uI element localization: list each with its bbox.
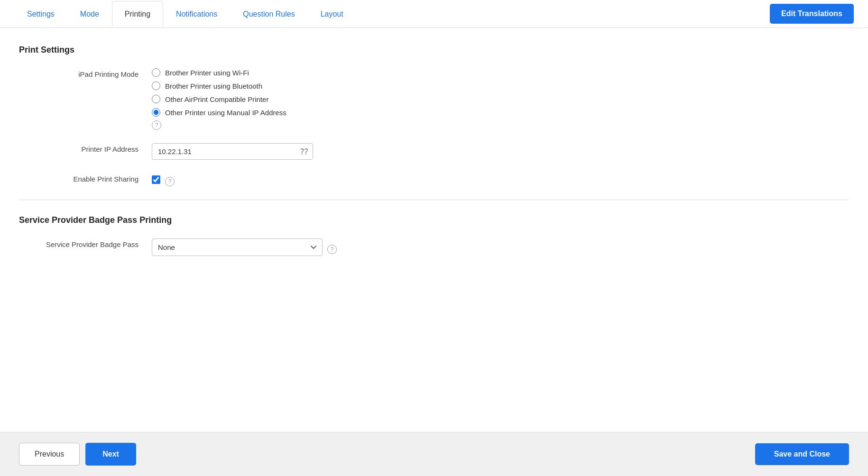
ipad-printing-mode-label: iPad Printing Mode (19, 68, 152, 80)
badge-pass-select-wrapper: None ? (152, 238, 337, 256)
tab-bar: Settings Mode Printing Notifications Que… (0, 0, 868, 28)
main-content: Print Settings iPad Printing Mode Brothe… (0, 28, 868, 432)
badge-pass-label: Service Provider Badge Pass (19, 238, 152, 250)
radio-bluetooth-label: Brother Printer using Bluetooth (165, 82, 262, 90)
radio-wifi[interactable] (152, 68, 160, 77)
previous-button[interactable]: Previous (19, 443, 80, 466)
radio-option-wifi[interactable]: Brother Printer using Wi-Fi (152, 68, 484, 77)
enable-print-sharing-checkbox[interactable] (152, 175, 160, 184)
printer-ip-input[interactable] (152, 143, 313, 160)
badge-pass-select[interactable]: None (152, 238, 323, 256)
tab-notifications[interactable]: Notifications (163, 1, 230, 27)
print-settings-title: Print Settings (19, 45, 849, 55)
radio-option-manual-ip[interactable]: Other Printer using Manual IP Address (152, 108, 484, 117)
footer-nav: Previous Next (19, 443, 136, 466)
enable-print-sharing-row: Enable Print Sharing ? (19, 173, 849, 186)
footer: Previous Next Save and Close (0, 432, 868, 476)
section-divider (19, 200, 849, 200)
badge-pass-section: Service Provider Badge Pass Printing Ser… (19, 215, 849, 256)
radio-option-airprint[interactable]: Other AirPrint Compatible Printer (152, 95, 484, 103)
radio-bluetooth[interactable] (152, 82, 160, 90)
enable-print-sharing-control: ? (152, 173, 484, 186)
tab-question-rules[interactable]: Question Rules (230, 1, 307, 27)
print-sharing-checkbox-row: ? (152, 173, 484, 186)
badge-pass-section-title: Service Provider Badge Pass Printing (19, 215, 849, 225)
ipad-printing-mode-row: iPad Printing Mode Brother Printer using… (19, 68, 849, 130)
print-sharing-help-icon[interactable]: ? (165, 177, 175, 186)
clipboard-icon: ⁇ (300, 146, 308, 157)
tab-layout[interactable]: Layout (308, 1, 356, 27)
printer-ip-label: Printer IP Address (19, 143, 152, 155)
printer-ip-input-wrapper: ⁇ (152, 143, 313, 160)
tab-printing[interactable]: Printing (112, 1, 163, 27)
edit-translations-button[interactable]: Edit Translations (770, 4, 854, 24)
radio-airprint[interactable] (152, 95, 160, 103)
radio-airprint-label: Other AirPrint Compatible Printer (165, 95, 268, 103)
badge-pass-control: None ? (152, 238, 484, 256)
radio-option-bluetooth[interactable]: Brother Printer using Bluetooth (152, 82, 484, 90)
printing-mode-help-icon[interactable]: ? (152, 120, 161, 130)
tab-settings[interactable]: Settings (14, 1, 67, 27)
printing-options-group: Brother Printer using Wi-Fi Brother Prin… (152, 68, 484, 117)
printer-ip-row: Printer IP Address ⁇ (19, 143, 849, 160)
badge-pass-help-icon[interactable]: ? (327, 245, 337, 254)
next-button[interactable]: Next (85, 443, 136, 466)
radio-manual-ip-label: Other Printer using Manual IP Address (165, 109, 286, 117)
printing-mode-control: Brother Printer using Wi-Fi Brother Prin… (152, 68, 484, 130)
save-close-button[interactable]: Save and Close (755, 443, 849, 465)
tab-mode[interactable]: Mode (67, 1, 112, 27)
enable-print-sharing-label: Enable Print Sharing (19, 173, 152, 185)
badge-pass-row: Service Provider Badge Pass None ? (19, 238, 849, 256)
printer-ip-control: ⁇ (152, 143, 484, 160)
radio-manual-ip[interactable] (152, 108, 160, 117)
print-settings-section: Print Settings iPad Printing Mode Brothe… (19, 45, 849, 186)
radio-wifi-label: Brother Printer using Wi-Fi (165, 69, 249, 77)
